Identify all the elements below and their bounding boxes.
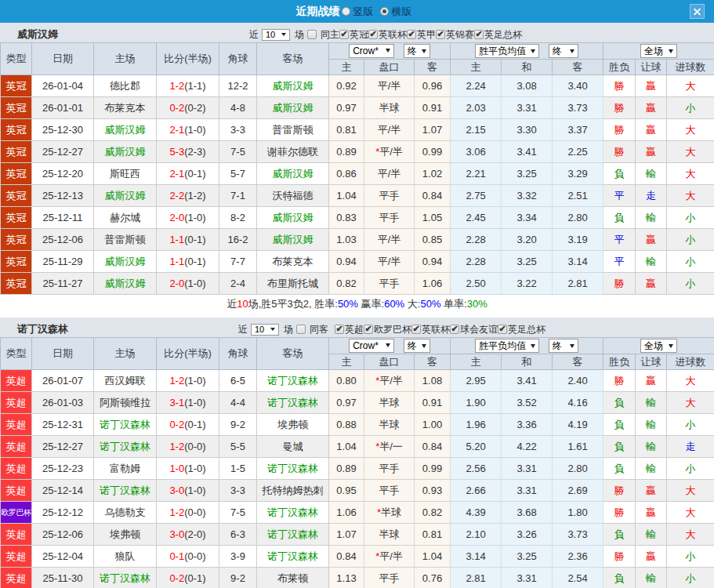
asia-home-odds: 0.80 bbox=[329, 370, 364, 392]
company-select[interactable]: Crow* bbox=[349, 44, 394, 58]
euro-mean-select[interactable]: 胜平负均值 bbox=[475, 44, 539, 58]
league-checkbox-1-4[interactable] bbox=[498, 325, 507, 334]
league-checkbox-0-3[interactable] bbox=[436, 30, 445, 39]
result-header: 全场 bbox=[603, 338, 714, 354]
col-result-handicap-header: 让球 bbox=[636, 354, 667, 370]
recent-summary: 近10场,胜5平3负2, 胜率:50% 赢率:60% 大:50% 单率:30% bbox=[0, 295, 714, 318]
result-wdl: 勝 bbox=[603, 273, 636, 295]
away-team: 威斯汉姆 bbox=[273, 80, 314, 92]
horizontal-layout-label: 横版 bbox=[392, 5, 412, 19]
col-asia-away-header: 客 bbox=[415, 60, 451, 75]
team-name: 威斯汉姆 bbox=[17, 29, 58, 39]
corner-score: 7-1 bbox=[219, 185, 257, 207]
col-euro-draw-header: 和 bbox=[502, 60, 553, 75]
company-select[interactable]: Crow* bbox=[349, 339, 394, 353]
home-team: 诺丁汉森林 bbox=[100, 572, 150, 584]
result-goals: 小 bbox=[667, 458, 714, 480]
score: 1-2(0-0) bbox=[157, 436, 219, 458]
result-wdl: 勝 bbox=[603, 141, 636, 163]
match-date: 26-01-03 bbox=[32, 392, 94, 414]
company-state-select[interactable]: 终 bbox=[404, 44, 430, 58]
away-team: 诺丁汉森林 bbox=[267, 528, 318, 540]
result-wdl: 負 bbox=[603, 414, 636, 436]
result-wdl: 平 bbox=[603, 251, 636, 273]
company-state-select[interactable]: 终 bbox=[404, 339, 430, 353]
league-checkbox-1-1[interactable] bbox=[364, 325, 373, 334]
close-button[interactable] bbox=[690, 4, 705, 19]
result-wdl: 負 bbox=[603, 163, 636, 185]
league-badge: 英冠 bbox=[1, 141, 31, 162]
scope-select[interactable]: 全场 bbox=[640, 44, 677, 58]
handicap-line: 平/半 bbox=[364, 251, 415, 273]
handicap-line: 平/半 bbox=[364, 119, 415, 141]
euro-state-select[interactable]: 终 bbox=[549, 44, 578, 58]
handicap-line: 平/半 bbox=[364, 229, 415, 251]
result-goals: 大 bbox=[667, 119, 714, 141]
vertical-layout-radio[interactable] bbox=[342, 7, 350, 16]
col-corner-header: 角球 bbox=[219, 338, 257, 370]
euro-state-select[interactable]: 终 bbox=[549, 339, 578, 353]
league-checkbox-1-0[interactable] bbox=[335, 325, 344, 334]
asia-away-odds: 0.81 bbox=[415, 524, 451, 546]
league-checkbox-0-0[interactable] bbox=[339, 30, 349, 39]
corner-score: 7-5 bbox=[219, 502, 257, 524]
euro-mean-select[interactable]: 胜平负均值 bbox=[475, 339, 539, 353]
euro-home-odds: 3.14 bbox=[451, 546, 502, 568]
result-handicap: 輸 bbox=[636, 207, 667, 229]
league-checkbox-1-2[interactable] bbox=[411, 325, 421, 334]
league-checkbox-0-1[interactable] bbox=[368, 30, 378, 39]
league-badge: 英冠 bbox=[1, 119, 31, 140]
match-date: 25-12-12 bbox=[32, 502, 94, 524]
match-count-select[interactable]: 10 bbox=[251, 324, 279, 336]
match-row: 英超 25-12-14 诺丁汉森林 3-0(1-0) 3-3 托特纳姆热刺 0.… bbox=[1, 480, 714, 502]
match-count-select[interactable]: 10 bbox=[262, 29, 290, 41]
result-handicap: 輸 bbox=[636, 392, 667, 414]
match-row: 英冠 25-11-27 威斯汉姆 2-0(1-0) 2-4 布里斯托城 0.82… bbox=[1, 273, 714, 295]
euro-away-odds: 1.61 bbox=[553, 436, 603, 458]
handicap-line: *平/半 bbox=[364, 546, 415, 568]
result-wdl: 勝 bbox=[603, 480, 636, 502]
league-badge: 英超 bbox=[1, 524, 31, 545]
euro-home-odds: 2.28 bbox=[451, 229, 502, 251]
caret-down-icon bbox=[531, 344, 535, 348]
asia-away-odds: 0.99 bbox=[415, 141, 451, 163]
match-date: 25-12-14 bbox=[32, 480, 94, 502]
match-date: 25-12-04 bbox=[32, 546, 94, 568]
euro-away-odds: 3.14 bbox=[553, 251, 603, 273]
score: 0-2(0-1) bbox=[157, 414, 219, 436]
col-euro-home-header: 主 bbox=[451, 60, 502, 75]
result-handicap: 輸 bbox=[636, 163, 667, 185]
match-row: 英冠 25-12-30 威斯汉姆 2-1(1-0) 3-3 普雷斯顿 0.81 … bbox=[1, 119, 714, 141]
euro-away-odds: 1.80 bbox=[553, 502, 603, 524]
league-badge: 英超 bbox=[1, 392, 31, 413]
horizontal-layout-radio[interactable] bbox=[380, 7, 389, 16]
euro-away-odds: 3.19 bbox=[553, 229, 603, 251]
result-goals: 大 bbox=[667, 524, 714, 546]
league-checkbox-0-2[interactable] bbox=[407, 30, 416, 39]
score: 0-1(0-0) bbox=[157, 546, 219, 568]
same-venue-checkbox[interactable] bbox=[307, 30, 317, 39]
euro-home-odds: 2.75 bbox=[451, 185, 502, 207]
euro-away-odds: 3.37 bbox=[553, 119, 603, 141]
league-badge: 英超 bbox=[1, 414, 31, 435]
home-team: 诺丁汉森林 bbox=[100, 485, 150, 496]
league-badge: 英冠 bbox=[1, 251, 31, 272]
euro-away-odds: 2.40 bbox=[553, 370, 603, 392]
caret-down-icon bbox=[531, 49, 535, 53]
corner-score: 5-7 bbox=[219, 163, 257, 185]
league-checkbox-0-4[interactable] bbox=[474, 30, 484, 39]
euro-draw-odds: 3.25 bbox=[502, 546, 553, 568]
col-score-header: 比分(半场) bbox=[157, 43, 219, 75]
home-team: 威斯汉姆 bbox=[105, 190, 146, 201]
corner-score: 5-5 bbox=[219, 436, 257, 458]
result-goals: 大 bbox=[667, 392, 714, 414]
away-team: 诺丁汉森林 bbox=[267, 506, 318, 518]
match-row: 英超 25-12-23 富勒姆 1-0(1-0) 1-5 诺丁汉森林 0.89 … bbox=[1, 458, 714, 480]
same-venue-checkbox[interactable] bbox=[296, 325, 306, 334]
home-team: 布莱克本 bbox=[105, 102, 146, 114]
league-label: 英冠 bbox=[350, 28, 368, 42]
home-team: 阿斯顿维拉 bbox=[100, 397, 150, 408]
result-wdl: 負 bbox=[603, 436, 636, 458]
league-checkbox-1-3[interactable] bbox=[450, 325, 459, 334]
scope-select[interactable]: 全场 bbox=[640, 339, 677, 353]
